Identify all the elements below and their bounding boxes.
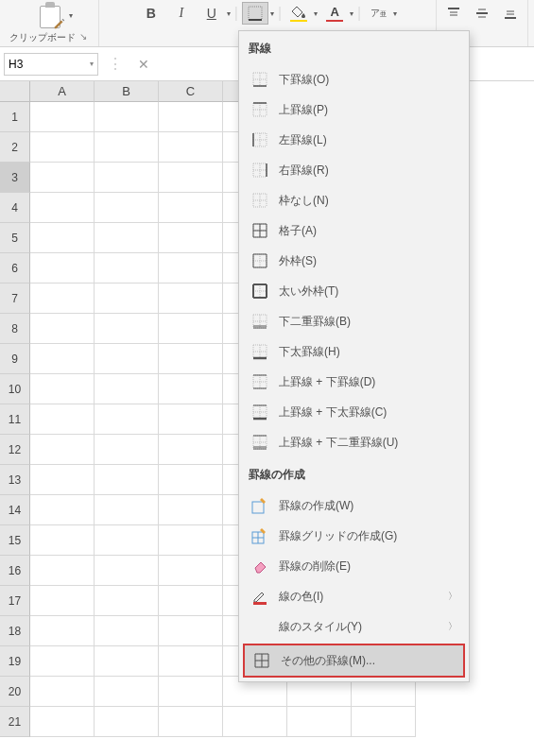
align-mid-button[interactable] bbox=[469, 2, 495, 25]
cell[interactable] bbox=[159, 284, 223, 314]
cell[interactable] bbox=[159, 253, 223, 284]
italic-button[interactable]: I bbox=[168, 2, 195, 25]
cell[interactable] bbox=[95, 556, 159, 586]
row-header[interactable]: 6 bbox=[0, 253, 30, 284]
cell[interactable] bbox=[95, 677, 159, 707]
cell[interactable] bbox=[30, 284, 95, 314]
row-header[interactable]: 3 bbox=[0, 163, 30, 193]
row-header[interactable]: 2 bbox=[0, 132, 30, 163]
menu-item-line-style[interactable]: 線のスタイル(Y)〉 bbox=[239, 611, 469, 642]
paste-dropdown[interactable]: ▾ bbox=[69, 11, 73, 20]
cell[interactable] bbox=[159, 525, 223, 556]
name-box[interactable]: H3 ▾ bbox=[4, 53, 98, 76]
row-header[interactable]: 10 bbox=[0, 374, 30, 404]
row-header[interactable]: 5 bbox=[0, 223, 30, 253]
menu-item-border-outside[interactable]: 外枠(S) bbox=[239, 246, 469, 276]
cell[interactable] bbox=[159, 707, 223, 737]
fill-color-button[interactable] bbox=[285, 2, 312, 25]
cell[interactable] bbox=[159, 465, 223, 495]
cell[interactable] bbox=[95, 525, 159, 556]
cell[interactable] bbox=[95, 646, 159, 677]
cell[interactable] bbox=[95, 707, 159, 737]
menu-item-eraser[interactable]: 罫線の削除(E) bbox=[239, 551, 469, 581]
cell[interactable] bbox=[159, 132, 223, 163]
menu-item-border-thick-bottom[interactable]: 下太罫線(H) bbox=[239, 336, 469, 367]
cell[interactable] bbox=[95, 435, 159, 465]
cell[interactable] bbox=[30, 163, 95, 193]
cell[interactable] bbox=[95, 404, 159, 435]
cell[interactable] bbox=[95, 344, 159, 374]
menu-item-border-bottom[interactable]: 下罫線(O) bbox=[239, 64, 469, 94]
row-header[interactable]: 15 bbox=[0, 525, 30, 556]
row-header[interactable]: 7 bbox=[0, 284, 30, 314]
bold-button[interactable]: B bbox=[138, 2, 164, 25]
menu-item-border-top-thickbottom[interactable]: 上罫線 + 下太罫線(C) bbox=[239, 397, 469, 427]
cell[interactable] bbox=[30, 465, 95, 495]
menu-item-border-thick[interactable]: 太い外枠(T) bbox=[239, 276, 469, 306]
menu-item-border-right[interactable]: 右罫線(R) bbox=[239, 155, 469, 185]
cell[interactable] bbox=[159, 102, 223, 132]
cell[interactable] bbox=[159, 586, 223, 616]
phonetic-dropdown[interactable]: ▾ bbox=[393, 9, 397, 18]
row-header[interactable]: 8 bbox=[0, 314, 30, 344]
fontcolor-dropdown[interactable]: ▾ bbox=[350, 9, 353, 18]
cell[interactable] bbox=[30, 132, 95, 163]
menu-item-border-left[interactable]: 左罫線(L) bbox=[239, 125, 469, 155]
cell[interactable] bbox=[30, 193, 95, 223]
column-header[interactable]: A bbox=[30, 81, 95, 102]
cell[interactable] bbox=[159, 404, 223, 435]
clipboard-dialog-launcher[interactable]: ↘ bbox=[79, 31, 93, 44]
cell[interactable] bbox=[30, 586, 95, 616]
phonetic-button[interactable]: ア亜 bbox=[365, 2, 391, 25]
menu-item-border-top-dblbottom[interactable]: 上罫線 + 下二重罫線(U) bbox=[239, 427, 469, 457]
cell[interactable] bbox=[159, 374, 223, 404]
cell[interactable] bbox=[159, 556, 223, 586]
cell[interactable] bbox=[30, 223, 95, 253]
cell[interactable] bbox=[95, 616, 159, 646]
cell[interactable] bbox=[159, 344, 223, 374]
row-header[interactable]: 12 bbox=[0, 435, 30, 465]
cell[interactable] bbox=[30, 374, 95, 404]
cell[interactable] bbox=[95, 253, 159, 284]
cell[interactable] bbox=[352, 707, 416, 737]
cell[interactable] bbox=[223, 707, 287, 737]
cell[interactable] bbox=[159, 646, 223, 677]
cell[interactable] bbox=[95, 586, 159, 616]
borders-dropdown[interactable]: ▾ bbox=[270, 9, 274, 18]
fill-dropdown[interactable]: ▾ bbox=[314, 9, 318, 18]
cell[interactable] bbox=[30, 314, 95, 344]
row-header[interactable]: 17 bbox=[0, 586, 30, 616]
borders-button[interactable] bbox=[242, 2, 268, 25]
cell[interactable] bbox=[95, 495, 159, 525]
cell[interactable] bbox=[30, 404, 95, 435]
cell[interactable] bbox=[95, 163, 159, 193]
row-header[interactable]: 19 bbox=[0, 646, 30, 677]
cell[interactable] bbox=[30, 435, 95, 465]
row-header[interactable]: 4 bbox=[0, 193, 30, 223]
align-bot-button[interactable] bbox=[497, 2, 524, 25]
more-borders-item[interactable]: その他の罫線(M)... bbox=[243, 644, 465, 678]
menu-item-border-all[interactable]: 格子(A) bbox=[239, 215, 469, 246]
row-header[interactable]: 14 bbox=[0, 495, 30, 525]
row-header[interactable]: 21 bbox=[0, 707, 30, 737]
underline-button[interactable]: U bbox=[198, 2, 225, 25]
cell[interactable] bbox=[30, 616, 95, 646]
cell[interactable] bbox=[159, 677, 223, 707]
cell[interactable] bbox=[30, 495, 95, 525]
row-header[interactable]: 18 bbox=[0, 616, 30, 646]
cell[interactable] bbox=[95, 223, 159, 253]
cell[interactable] bbox=[95, 374, 159, 404]
cell[interactable] bbox=[159, 163, 223, 193]
cell[interactable] bbox=[30, 707, 95, 737]
menu-item-draw-border[interactable]: 罫線の作成(W) bbox=[239, 490, 469, 521]
cell[interactable] bbox=[30, 525, 95, 556]
menu-item-pen-color[interactable]: 線の色(I)〉 bbox=[239, 581, 469, 611]
menu-item-border-dbl-bottom[interactable]: 下二重罫線(B) bbox=[239, 306, 469, 336]
cell[interactable] bbox=[30, 253, 95, 284]
cell[interactable] bbox=[95, 314, 159, 344]
chevron-down-icon[interactable]: ▾ bbox=[90, 60, 94, 68]
align-top-button[interactable] bbox=[440, 2, 467, 25]
menu-item-border-none[interactable]: 枠なし(N) bbox=[239, 185, 469, 215]
cell[interactable] bbox=[159, 223, 223, 253]
cell[interactable] bbox=[159, 616, 223, 646]
